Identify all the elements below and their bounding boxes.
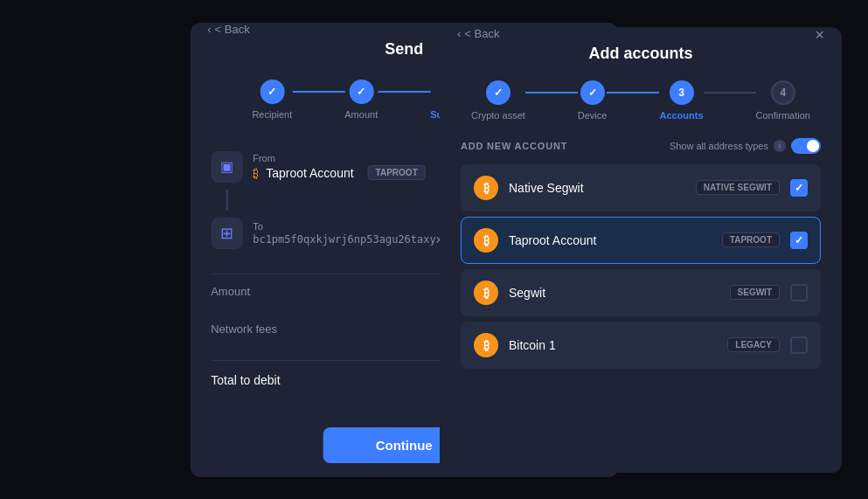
checkbox-native-segwit[interactable]: ✓ (790, 179, 808, 197)
checkbox-bitcoin1[interactable] (790, 336, 808, 354)
add-new-label: ADD NEW ACCOUNT (461, 141, 567, 151)
acc-step-label-2: Device (578, 110, 608, 121)
step-recipient: ✓ Recipient (252, 80, 292, 120)
from-info: From ₿ Taproot Account TAPROOT (253, 153, 426, 180)
checkmark-taproot: ✓ (795, 234, 803, 246)
account-item-taproot[interactable]: ₿ Taproot Account TAPROOT ✓ (461, 217, 821, 264)
acc-step-label-4: Confirmation (756, 110, 810, 121)
acc-step-4: 4 Confirmation (756, 80, 810, 121)
acc-step-3: 3 Accounts (659, 80, 703, 121)
info-icon: i (774, 140, 786, 152)
step-circle-1: ✓ (260, 80, 284, 104)
modal-overlay: ‹ < Back Send × ✓ Recipient ✓ Amount 3 S… (0, 0, 868, 499)
chevron-left-icon: ‹ (207, 23, 211, 36)
acc-step-circle-1: ✓ (486, 80, 510, 105)
send-modal-title: Send (385, 40, 423, 59)
account-name-taproot: Taproot Account (509, 233, 712, 247)
checkmark-native-segwit: ✓ (795, 182, 803, 194)
step-circle-2: ✓ (349, 80, 373, 104)
transfer-connector (226, 190, 227, 211)
from-name: Taproot Account (266, 166, 353, 180)
account-tag-taproot: TAPROOT (722, 232, 780, 247)
acc-step-circle-3: 3 (670, 80, 694, 105)
accounts-list: ₿ Native Segwit NATIVE SEGWIT ✓ ₿ Taproo… (440, 161, 842, 473)
show-all-label: Show all address types (670, 141, 768, 151)
step-line-2 (378, 91, 430, 93)
acc-step-line-1 (525, 92, 578, 94)
send-back-button[interactable]: ‹ < Back (207, 23, 249, 36)
acc-step-line-3 (704, 92, 756, 94)
accounts-modal-title: Add accounts (588, 45, 692, 63)
account-item-bitcoin1[interactable]: ₿ Bitcoin 1 LEGACY (461, 322, 821, 369)
accounts-back-button[interactable]: ‹ < Back (457, 27, 499, 40)
network-fees-label: Network fees (211, 322, 277, 336)
from-tag: TAPROOT (368, 165, 426, 180)
account-tag-native-segwit: NATIVE SEGWIT (696, 180, 780, 195)
from-icon: ▣ (211, 151, 242, 183)
acc-step-line-2 (607, 92, 659, 94)
account-item-native-segwit[interactable]: ₿ Native Segwit NATIVE SEGWIT ✓ (461, 164, 821, 211)
checkbox-taproot[interactable]: ✓ (790, 232, 808, 249)
accounts-modal: ‹ < Back Add accounts × ✓ Crypto asset ✓… (440, 27, 842, 473)
step-label-1: Recipient (252, 109, 292, 120)
btc-icon-native-segwit: ₿ (474, 176, 498, 200)
account-item-segwit[interactable]: ₿ Segwit SEGWIT (461, 269, 821, 316)
btc-icon-segwit: ₿ (474, 281, 498, 305)
account-name-segwit: Segwit (509, 286, 719, 300)
step-line-1 (292, 91, 344, 93)
account-tag-segwit: SEGWIT (730, 285, 780, 300)
account-name-bitcoin1: Bitcoin 1 (509, 338, 717, 352)
acc-step-label-3: Accounts (659, 110, 703, 121)
account-name-native-segwit: Native Segwit (509, 181, 685, 195)
btc-icon-taproot: ₿ (474, 228, 498, 253)
from-label: From (253, 153, 426, 163)
acc-step-circle-4: 4 (771, 80, 795, 105)
accounts-stepper: ✓ Crypto asset ✓ Device 3 Accounts 4 Con… (440, 63, 842, 129)
acc-step-1: ✓ Crypto asset (471, 80, 525, 121)
show-all-toggle: Show all address types i (670, 138, 821, 154)
acc-step-circle-2: ✓ (580, 80, 605, 105)
checkbox-segwit[interactable] (790, 284, 808, 301)
step-amount: ✓ Amount (344, 80, 378, 120)
btc-icon-from: ₿ (253, 166, 259, 180)
chevron-left-icon-2: ‹ (457, 27, 461, 40)
acc-step-label-1: Crypto asset (471, 110, 525, 121)
btc-icon-bitcoin1: ₿ (474, 333, 498, 357)
accounts-close-button[interactable]: × (815, 27, 824, 43)
account-tag-bitcoin1: LEGACY (727, 337, 780, 352)
amount-label: Amount (211, 285, 250, 298)
acc-step-2: ✓ Device (578, 80, 608, 121)
total-label: Total to debit (211, 373, 280, 387)
step-label-2: Amount (344, 109, 378, 120)
accounts-modal-header: ‹ < Back Add accounts × (440, 27, 842, 63)
to-icon: ⊞ (211, 218, 242, 249)
add-new-section: ADD NEW ACCOUNT Show all address types i (440, 129, 842, 161)
show-all-toggle-switch[interactable] (791, 138, 821, 154)
